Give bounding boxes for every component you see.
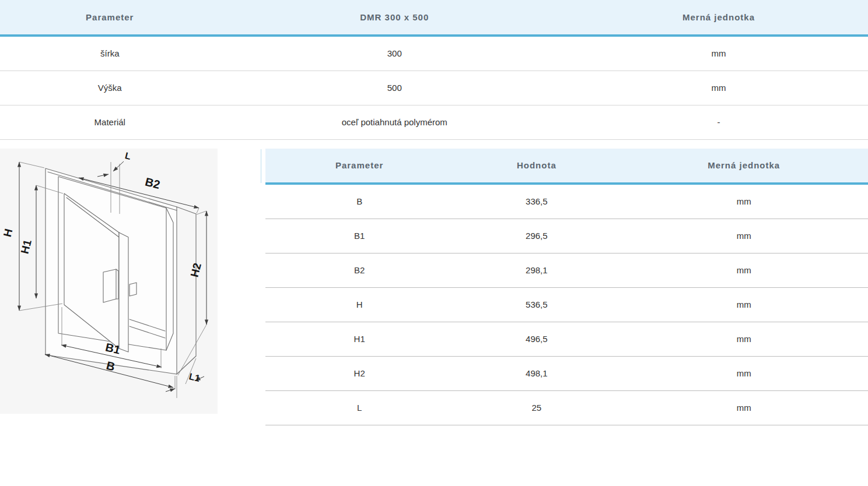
table-row: B1 296,5 mm xyxy=(265,219,868,253)
dims-cell-value: 25 xyxy=(453,391,620,425)
spec-cell-parameter: šírka xyxy=(0,37,219,71)
dims-header-parameter: Parameter xyxy=(265,149,453,182)
dims-cell-value: 498,1 xyxy=(453,357,620,390)
spec-cell-value: 500 xyxy=(219,71,569,105)
dims-cell-unit: mm xyxy=(620,253,868,287)
dims-cell-unit: mm xyxy=(620,357,868,390)
technical-drawing: H H1 H2 B2 L B1 B L1 xyxy=(0,149,218,414)
table-row: H1 496,5 mm xyxy=(265,322,868,357)
dim-label-b2: B2 xyxy=(144,175,162,191)
spec-cell-parameter: Výška xyxy=(0,71,219,105)
dims-cell-parameter: L xyxy=(265,391,453,425)
dims-cell-unit: mm xyxy=(620,288,868,322)
spec-cell-value: oceľ potiahnutá polymérom xyxy=(219,105,569,139)
spec-header-unit: Merná jednotka xyxy=(569,0,868,34)
spec-cell-value: 300 xyxy=(219,37,569,71)
dimensions-table: Parameter Hodnota Merná jednotka B 336,5… xyxy=(265,149,868,425)
table-row: B2 298,1 mm xyxy=(265,253,868,288)
dims-header-value: Hodnota xyxy=(453,149,620,182)
spec-table: Parameter DMR 300 x 500 Merná jednotka š… xyxy=(0,0,868,140)
table-row: H2 498,1 mm xyxy=(265,357,868,391)
dims-cell-value: 536,5 xyxy=(453,288,620,322)
dim-label-h1: H1 xyxy=(19,238,34,255)
spec-cell-parameter: Materiál xyxy=(0,105,219,139)
dims-cell-parameter: H1 xyxy=(265,322,453,356)
table-row: Výška 500 mm xyxy=(0,71,868,105)
spec-cell-unit: - xyxy=(569,105,868,139)
dims-cell-value: 336,5 xyxy=(453,185,620,219)
table-row: H 536,5 mm xyxy=(265,288,868,322)
dims-cell-unit: mm xyxy=(620,322,868,356)
dims-cell-parameter: B xyxy=(265,185,453,219)
dims-cell-value: 296,5 xyxy=(453,219,620,253)
dim-label-l: L xyxy=(124,150,132,161)
dims-header-unit: Merná jednotka xyxy=(620,149,868,182)
dims-cell-value: 496,5 xyxy=(453,322,620,356)
product-spec-page: Parameter DMR 300 x 500 Merná jednotka š… xyxy=(0,0,868,486)
dims-cell-unit: mm xyxy=(620,185,868,219)
dims-cell-parameter: H xyxy=(265,288,453,322)
access-door-diagram: H H1 H2 B2 L B1 B L1 xyxy=(0,149,218,414)
dims-cell-unit: mm xyxy=(620,219,868,253)
dims-cell-unit: mm xyxy=(620,391,868,425)
dim-label-h: H xyxy=(1,227,15,238)
dims-cell-value: 298,1 xyxy=(453,253,620,287)
dims-cell-parameter: H2 xyxy=(265,357,453,390)
spec-cell-unit: mm xyxy=(569,71,868,105)
dims-cell-parameter: B1 xyxy=(265,219,453,253)
spec-header-parameter: Parameter xyxy=(0,0,219,34)
door-latch xyxy=(130,283,136,296)
table-row: L 25 mm xyxy=(265,391,868,425)
spec-table-header-row: Parameter DMR 300 x 500 Merná jednotka xyxy=(0,0,868,37)
dim-label-l1: L1 xyxy=(188,371,201,383)
spec-header-model: DMR 300 x 500 xyxy=(219,0,569,34)
dims-table-header-row: Parameter Hodnota Merná jednotka xyxy=(265,149,868,185)
table-row: Materiál oceľ potiahnutá polymérom - xyxy=(0,105,868,140)
table-left-edge-line xyxy=(261,149,261,183)
spec-cell-unit: mm xyxy=(569,37,868,71)
table-row: šírka 300 mm xyxy=(0,37,868,71)
dim-label-h2: H2 xyxy=(188,262,204,279)
table-row: B 336,5 mm xyxy=(265,185,868,219)
dims-cell-parameter: B2 xyxy=(265,253,453,287)
